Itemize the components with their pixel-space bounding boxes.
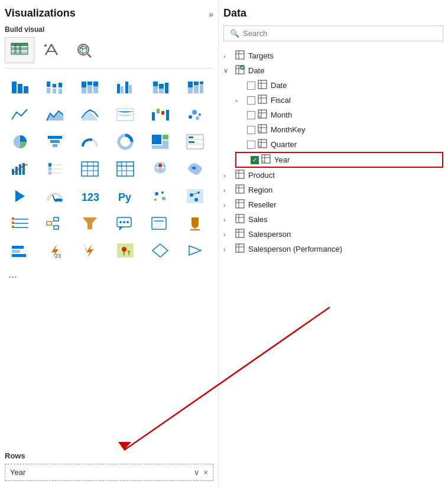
targets-label: Targets <box>248 51 443 60</box>
svg-rect-49 <box>166 110 169 121</box>
filter-viz[interactable] <box>74 210 105 236</box>
targets-table-icon <box>235 50 246 61</box>
lightning1-viz[interactable]: 23 <box>40 238 70 263</box>
line-area-chart[interactable] <box>74 102 105 128</box>
rows-field[interactable]: Year ∨ × <box>5 464 213 481</box>
svg-rect-153 <box>258 80 267 89</box>
multi-row-card[interactable] <box>180 129 210 155</box>
quarter-checkbox[interactable] <box>247 141 255 149</box>
python-viz[interactable]: Py <box>110 183 141 209</box>
year-checkbox[interactable]: ✓ <box>251 156 259 164</box>
scatter-chart[interactable] <box>180 102 210 128</box>
clustered-bar-chart[interactable] <box>40 74 70 100</box>
list-viz[interactable] <box>5 210 35 236</box>
gauge-chart[interactable] <box>74 129 105 155</box>
svg-point-138 <box>122 247 126 252</box>
format-tab[interactable] <box>37 37 66 63</box>
date-field-checkbox[interactable] <box>247 82 255 90</box>
line-chart[interactable] <box>5 102 35 128</box>
rows-field-close[interactable]: × <box>203 468 208 477</box>
trophy-viz[interactable] <box>180 210 210 236</box>
visualizations-panel: Visualizations » Build visual <box>0 0 219 488</box>
pie-chart[interactable] <box>5 129 35 155</box>
search-icon: 🔍 <box>230 29 239 38</box>
svg-marker-135 <box>86 244 93 258</box>
search-input[interactable] <box>243 29 437 38</box>
svg-rect-47 <box>157 109 160 113</box>
svg-rect-14 <box>12 82 17 93</box>
tree-item-date-field[interactable]: Date <box>235 78 443 93</box>
svg-rect-32 <box>129 85 132 93</box>
svg-rect-78 <box>82 162 98 176</box>
lightning2-viz[interactable] <box>74 238 105 263</box>
svg-rect-22 <box>59 89 62 94</box>
diamond-viz[interactable] <box>145 238 176 263</box>
svg-rect-37 <box>165 83 168 93</box>
scatter2-viz[interactable] <box>145 183 176 209</box>
matrix-viz[interactable] <box>110 156 141 182</box>
clustered-column-chart[interactable] <box>110 74 141 100</box>
arrow-right-viz[interactable] <box>180 238 210 263</box>
svg-point-53 <box>196 116 199 120</box>
svg-rect-132 <box>12 254 26 257</box>
connected-map-viz[interactable] <box>180 183 210 209</box>
funnel-chart[interactable] <box>40 129 70 155</box>
donut-chart[interactable] <box>110 129 141 155</box>
table-viz[interactable] <box>74 156 105 182</box>
tree-item-salesperson[interactable]: › Salesperson <box>223 227 443 242</box>
fields-tab[interactable] <box>5 37 34 63</box>
quarter-icon: fx <box>258 139 268 150</box>
sales-table-icon <box>235 214 246 225</box>
data-panel: Data 🔍 › Targets ∨ Date <box>219 0 448 488</box>
filled-map-viz[interactable] <box>180 156 210 182</box>
viz-grid: 123 Py <box>5 74 213 263</box>
rows-field-chevron[interactable]: ∨ <box>194 468 200 477</box>
tree-item-sales[interactable]: › Sales <box>223 212 443 227</box>
tree-item-salesperson-perf[interactable]: › Salesperson (Performance) <box>223 242 443 256</box>
monthkey-checkbox[interactable] <box>247 126 255 134</box>
nav-button-viz[interactable] <box>5 183 35 209</box>
svg-text:fx: fx <box>259 144 261 148</box>
tree-item-reseller[interactable]: › Reseller <box>223 197 443 212</box>
stacked-bar-chart[interactable] <box>5 74 35 100</box>
kpi-viz[interactable] <box>5 156 35 182</box>
tree-item-region[interactable]: › Region <box>223 183 443 197</box>
analytics-tab[interactable] <box>69 37 98 63</box>
stacked-bar-100[interactable] <box>74 74 105 100</box>
fiscal-checkbox[interactable] <box>247 96 255 105</box>
area-chart[interactable] <box>40 102 70 128</box>
month-icon: fx <box>258 109 268 121</box>
tree-item-date[interactable]: ∨ Date <box>223 63 443 78</box>
tree-item-monthkey[interactable]: fx MonthKey <box>235 122 443 137</box>
tree-item-quarter[interactable]: fx Quarter <box>235 137 443 152</box>
month-checkbox[interactable] <box>247 111 255 119</box>
waterfall-chart[interactable] <box>145 102 176 128</box>
stacked-col-100[interactable] <box>180 74 210 100</box>
svg-rect-30 <box>121 86 124 93</box>
map-viz[interactable] <box>145 156 176 182</box>
search-box[interactable]: 🔍 <box>223 25 443 41</box>
bar-extra-viz[interactable] <box>5 238 35 263</box>
svg-point-99 <box>154 199 157 201</box>
fiscal-icon <box>258 95 268 106</box>
tree-item-year[interactable]: ✓ fx Year <box>235 152 443 168</box>
tree-item-product[interactable]: › Product <box>223 168 443 183</box>
smart-narrative-viz[interactable] <box>145 210 176 236</box>
tree-item-targets[interactable]: › Targets <box>223 48 443 63</box>
tree-item-fiscal[interactable]: › Fiscal <box>235 93 443 108</box>
svg-rect-57 <box>53 144 57 147</box>
more-options[interactable]: ... <box>5 268 213 281</box>
svg-rect-31 <box>125 82 128 93</box>
pin-map-viz[interactable] <box>110 238 141 263</box>
treemap-chart[interactable] <box>145 129 176 155</box>
svg-rect-181 <box>236 200 244 208</box>
gauge2-viz[interactable] <box>40 183 70 209</box>
collapse-panel-button[interactable]: » <box>209 9 213 19</box>
slicer-viz[interactable] <box>40 156 70 182</box>
tree-item-month[interactable]: fx Month <box>235 108 443 122</box>
card-number-viz[interactable]: 123 <box>74 183 105 209</box>
chat-bubble-viz[interactable] <box>110 210 141 236</box>
decomp-tree-viz[interactable] <box>40 210 70 236</box>
ribbon-chart[interactable] <box>110 102 141 128</box>
stacked-column-chart[interactable] <box>145 74 176 100</box>
